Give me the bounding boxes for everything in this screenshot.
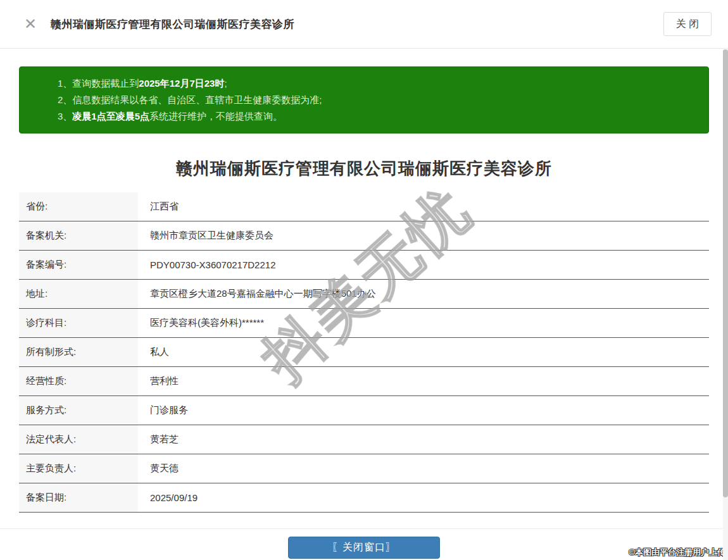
page-title: 赣州瑞俪斯医疗管理有限公司瑞俪斯医疗美容诊所 xyxy=(0,158,728,180)
scrollbar[interactable] xyxy=(723,49,728,560)
field-label: 省份: xyxy=(19,192,138,221)
table-row: 经营性质:营利性 xyxy=(19,367,709,396)
field-value: 江西省 xyxy=(138,201,179,213)
table-row: 备案机关:赣州市章贡区卫生健康委员会 xyxy=(19,221,709,251)
field-value: 黄若芝 xyxy=(138,433,179,445)
field-value: 营利性 xyxy=(138,375,179,387)
field-value: 章贡区橙乡大道28号嘉福金融中心一期写字楼501办公 xyxy=(138,288,376,300)
field-value: PDY00730-X36070217D2212 xyxy=(138,259,276,270)
notice-line: 3、凌晨1点至凌晨5点系统进行维护，不能提供查询。 xyxy=(58,108,708,125)
field-label: 经营性质: xyxy=(19,367,138,395)
page: ✕ 赣州瑞俪斯医疗管理有限公司瑞俪斯医疗美容诊所 关 闭 1、查询数据截止到20… xyxy=(0,0,728,560)
table-row: 主要负责人:黄天德 xyxy=(19,454,709,483)
field-value: 2025/09/19 xyxy=(138,492,198,503)
field-value: 私人 xyxy=(138,346,169,358)
table-row: 省份:江西省 xyxy=(19,192,709,221)
table-row: 诊疗科目:医疗美容科(美容外科)****** xyxy=(19,309,709,338)
field-label: 主要负责人: xyxy=(19,454,138,483)
header-title: 赣州瑞俪斯医疗管理有限公司瑞俪斯医疗美容诊所 xyxy=(51,17,294,32)
notice-line: 2、信息数据结果以各省、自治区、直辖市卫生健康委数据为准; xyxy=(58,92,708,108)
notice-box: 1、查询数据截止到2025年12月7日23时;2、信息数据结果以各省、自治区、直… xyxy=(19,66,709,134)
field-label: 服务方式: xyxy=(19,396,138,425)
field-value: 门诊服务 xyxy=(138,404,188,416)
field-label: 所有制形式: xyxy=(19,338,138,366)
field-value: 医疗美容科(美容外科)****** xyxy=(138,317,264,329)
field-label: 备案编号: xyxy=(19,251,138,279)
table-row: 备案日期:2025/09/19 xyxy=(19,483,709,513)
table-row: 所有制形式:私人 xyxy=(19,338,709,367)
corner-watermark: ©本图由平台注册用户上传 xyxy=(629,547,725,558)
field-label: 法定代表人: xyxy=(19,425,138,454)
field-label: 备案日期: xyxy=(19,483,138,512)
field-value: 赣州市章贡区卫生健康委员会 xyxy=(138,230,273,242)
field-label: 备案机关: xyxy=(19,221,138,250)
field-value: 黄天德 xyxy=(138,463,179,475)
modal-header: ✕ 赣州瑞俪斯医疗管理有限公司瑞俪斯医疗美容诊所 关 闭 xyxy=(0,0,728,49)
notice-line: 1、查询数据截止到2025年12月7日23时; xyxy=(58,75,708,92)
field-label: 诊疗科目: xyxy=(19,309,138,337)
close-button[interactable]: 关 闭 xyxy=(663,12,712,36)
scrollbar-thumb[interactable] xyxy=(723,49,728,497)
footer-bar: 〖关闭窗口〗 xyxy=(0,529,728,559)
table-row: 备案编号:PDY00730-X36070217D2212 xyxy=(19,251,709,280)
close-x-icon[interactable]: ✕ xyxy=(24,16,37,32)
field-label: 地址: xyxy=(19,280,138,308)
table-row: 地址:章贡区橙乡大道28号嘉福金融中心一期写字楼501办公 xyxy=(19,280,709,309)
info-table: 省份:江西省备案机关:赣州市章贡区卫生健康委员会备案编号:PDY00730-X3… xyxy=(19,192,709,513)
table-row: 服务方式:门诊服务 xyxy=(19,396,709,425)
close-window-button[interactable]: 〖关闭窗口〗 xyxy=(288,537,440,559)
table-row: 法定代表人:黄若芝 xyxy=(19,425,709,454)
